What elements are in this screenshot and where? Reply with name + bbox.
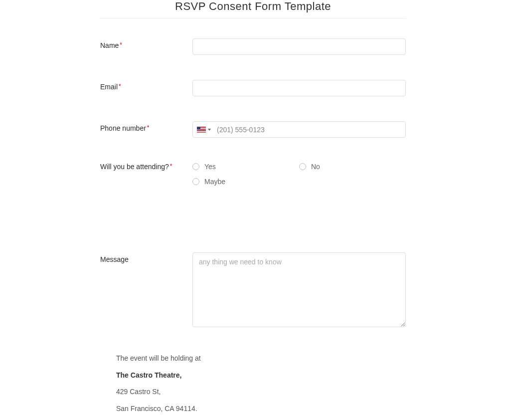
required-asterisk: *: [120, 41, 122, 48]
event-venue: The Castro Theatre,: [116, 371, 406, 381]
us-flag-icon: [197, 127, 206, 133]
field-phone-row: Phone number*: [100, 121, 406, 138]
attending-label-text: Will you be attending?: [100, 163, 169, 171]
email-label: Email*: [100, 80, 192, 96]
name-input-col: [192, 38, 406, 55]
email-input-col: [192, 80, 406, 96]
email-input[interactable]: [192, 80, 406, 96]
event-city: San Francisco, CA 94114.: [116, 404, 406, 414]
name-label-text: Name: [100, 41, 119, 49]
phone-label-text: Phone number: [100, 124, 146, 132]
phone-input-col: [192, 121, 406, 138]
radio-label: Yes: [204, 163, 216, 171]
radio-icon: [192, 163, 199, 170]
radio-option-yes[interactable]: Yes: [192, 163, 299, 171]
radio-icon: [192, 178, 199, 185]
phone-label: Phone number*: [100, 121, 192, 138]
radio-icon: [299, 163, 306, 170]
event-street: 429 Castro St,: [116, 387, 406, 397]
field-message-row: Message: [100, 252, 406, 329]
phone-wrapper: [192, 121, 406, 138]
event-intro: The event will be holding at: [116, 354, 406, 364]
event-info: The event will be holding at The Castro …: [100, 354, 406, 414]
country-flag-select[interactable]: [197, 127, 214, 133]
message-label: Message: [100, 252, 192, 329]
attending-label: Will you be attending?*: [100, 163, 192, 193]
email-label-text: Email: [100, 83, 118, 91]
name-label: Name*: [100, 38, 192, 55]
message-textarea[interactable]: [192, 252, 406, 327]
attending-radio-group: Yes No Maybe: [192, 163, 406, 193]
page-title: RSVP Consent Form Template: [100, 0, 406, 18]
required-asterisk: *: [147, 124, 150, 131]
radio-option-no[interactable]: No: [299, 163, 406, 171]
required-asterisk: *: [170, 163, 172, 170]
name-input[interactable]: [192, 38, 406, 55]
field-name-row: Name*: [100, 38, 406, 55]
required-asterisk: *: [119, 83, 121, 90]
rsvp-form: RSVP Consent Form Template Name* Email* …: [100, 0, 406, 414]
chevron-down-icon: [208, 129, 211, 131]
radio-label: No: [311, 163, 320, 171]
radio-option-maybe[interactable]: Maybe: [192, 178, 299, 186]
message-label-text: Message: [100, 255, 129, 263]
phone-input[interactable]: [214, 122, 402, 137]
field-email-row: Email*: [100, 80, 406, 96]
radio-label: Maybe: [204, 178, 225, 186]
attending-input-col: Yes No Maybe: [192, 163, 406, 193]
field-attending-row: Will you be attending?* Yes No Maybe: [100, 163, 406, 193]
message-input-col: [192, 252, 406, 329]
